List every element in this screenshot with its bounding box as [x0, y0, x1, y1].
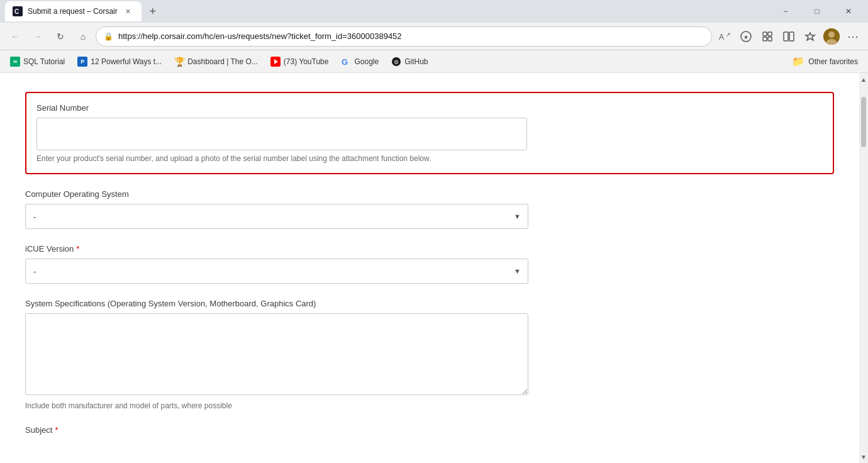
bookmarks-bar: w SQL Tutorial P 12 Powerful Ways t... 🏆…	[0, 50, 868, 73]
computer-os-select[interactable]: - Windows 10 Windows 11 macOS Linux	[25, 204, 528, 229]
system-specs-section: System Specifications (Operating System …	[25, 299, 834, 410]
collections-button[interactable]	[800, 26, 820, 47]
other-favorites-folder[interactable]: 📁 Other favorites	[787, 53, 863, 70]
bookmark-youtube[interactable]: (73) YouTube	[265, 54, 334, 69]
bookmark-google-label: Google	[354, 57, 379, 66]
svg-rect-6	[763, 32, 767, 36]
svg-rect-8	[763, 37, 767, 41]
bookmark-sql-tutorial[interactable]: w SQL Tutorial	[5, 54, 70, 69]
subject-section: Subject *	[25, 425, 834, 435]
icue-version-section: iCUE Version * - 4.x 5.x Latest ▼	[25, 244, 834, 284]
scrollbar[interactable]: ▲ ▼	[859, 73, 868, 463]
svg-text:↗: ↗	[726, 31, 730, 38]
subject-label: Subject *	[25, 425, 834, 435]
bookmark-github[interactable]: ⚙ GitHub	[386, 54, 433, 69]
content-area: Serial Number Enter your product's seria…	[0, 73, 868, 463]
svg-text:⚙: ⚙	[394, 59, 399, 65]
scroll-up-button[interactable]: ▲	[859, 74, 868, 84]
read-aloud-button[interactable]: A↗	[715, 26, 735, 47]
profile-button[interactable]	[821, 26, 842, 47]
computer-os-label: Computer Operating System	[25, 189, 834, 199]
back-button[interactable]: ←	[5, 26, 25, 47]
svg-text:C: C	[14, 8, 19, 15]
computer-os-section: Computer Operating System - Windows 10 W…	[25, 189, 834, 229]
tab-bar: C Submit a request – Corsair ✕ +	[5, 0, 771, 23]
other-favorites-label: Other favorites	[808, 57, 858, 66]
bookmark-youtube-label: (73) YouTube	[284, 57, 329, 66]
bookmark-github-label: GitHub	[404, 57, 428, 66]
bookmark-dashboard-label: Dashboard | The O...	[187, 57, 258, 66]
forward-button[interactable]: →	[28, 26, 48, 47]
home-button[interactable]: ⌂	[73, 26, 93, 47]
scroll-track[interactable]	[859, 84, 868, 452]
menu-button[interactable]: ⋯	[843, 26, 863, 47]
system-specs-label: System Specifications (Operating System …	[25, 299, 834, 308]
new-tab-button[interactable]: +	[144, 3, 162, 20]
nav-right-icons: A↗ ★ ⋯	[715, 26, 863, 47]
favorites-counter-button[interactable]: ★	[736, 26, 756, 47]
extensions-button[interactable]	[757, 26, 777, 47]
minimize-button[interactable]: −	[771, 1, 800, 21]
lock-icon: 🔒	[104, 32, 113, 41]
bookmark-12-powerful[interactable]: P 12 Powerful Ways t...	[72, 54, 167, 69]
refresh-button[interactable]: ↻	[50, 26, 70, 47]
icue-version-label: iCUE Version *	[25, 244, 834, 254]
title-bar: C Submit a request – Corsair ✕ + − □ ✕	[0, 0, 868, 23]
scroll-thumb[interactable]	[861, 97, 866, 147]
deezer-favicon: 🏆	[174, 57, 184, 67]
svg-point-13	[828, 31, 835, 38]
github-favicon: ⚙	[391, 57, 401, 67]
tab-title: Submit a request – Corsair	[28, 7, 118, 16]
bookmark-dashboard[interactable]: 🏆 Dashboard | The O...	[169, 54, 263, 69]
svg-rect-10	[784, 32, 788, 41]
bookmark-google[interactable]: G Google	[336, 54, 384, 69]
user-avatar	[823, 28, 840, 45]
icue-version-select[interactable]: - 4.x 5.x Latest	[25, 259, 528, 284]
svg-rect-11	[789, 32, 794, 41]
system-specs-textarea[interactable]	[25, 313, 528, 395]
browser-nav: ← → ↻ ⌂ 🔒 https://help.corsair.com/hc/en…	[0, 23, 868, 50]
p-favicon: P	[77, 57, 87, 67]
svg-text:G: G	[342, 57, 348, 67]
subject-required-star: *	[55, 425, 58, 435]
maximize-button[interactable]: □	[803, 1, 832, 21]
svg-text:★: ★	[743, 34, 748, 40]
w3-favicon: w	[10, 57, 20, 67]
folder-icon: 📁	[792, 55, 804, 67]
svg-rect-9	[768, 37, 772, 41]
tab-favicon: C	[13, 6, 23, 16]
system-specs-hint: Include both manufacturer and model of p…	[25, 401, 528, 410]
tab-close-button[interactable]: ✕	[123, 6, 134, 17]
scroll-down-button[interactable]: ▼	[859, 452, 868, 462]
bookmark-12-label: 12 Powerful Ways t...	[91, 57, 162, 66]
serial-number-label: Serial Number	[36, 103, 823, 113]
window-controls: − □ ✕	[771, 1, 863, 21]
address-bar[interactable]: 🔒 https://help.corsair.com/hc/en-us/requ…	[96, 26, 712, 47]
svg-rect-7	[768, 32, 772, 36]
youtube-favicon	[270, 57, 281, 67]
active-tab[interactable]: C Submit a request – Corsair ✕	[5, 1, 142, 21]
svg-text:A: A	[719, 33, 724, 42]
url-text: https://help.corsair.com/hc/en-us/reques…	[118, 31, 704, 41]
computer-os-select-wrapper: - Windows 10 Windows 11 macOS Linux ▼	[25, 204, 528, 229]
split-screen-button[interactable]	[779, 26, 799, 47]
page-content: Serial Number Enter your product's seria…	[0, 73, 859, 463]
serial-number-input[interactable]	[36, 118, 527, 150]
serial-number-hint: Enter your product's serial number, and …	[36, 154, 540, 163]
bookmark-sql-label: SQL Tutorial	[23, 57, 65, 66]
google-favicon: G	[341, 57, 351, 67]
icue-required-star: *	[76, 244, 79, 254]
serial-number-group: Serial Number Enter your product's seria…	[25, 92, 834, 174]
icue-version-select-wrapper: - 4.x 5.x Latest ▼	[25, 259, 528, 284]
close-button[interactable]: ✕	[834, 1, 863, 21]
